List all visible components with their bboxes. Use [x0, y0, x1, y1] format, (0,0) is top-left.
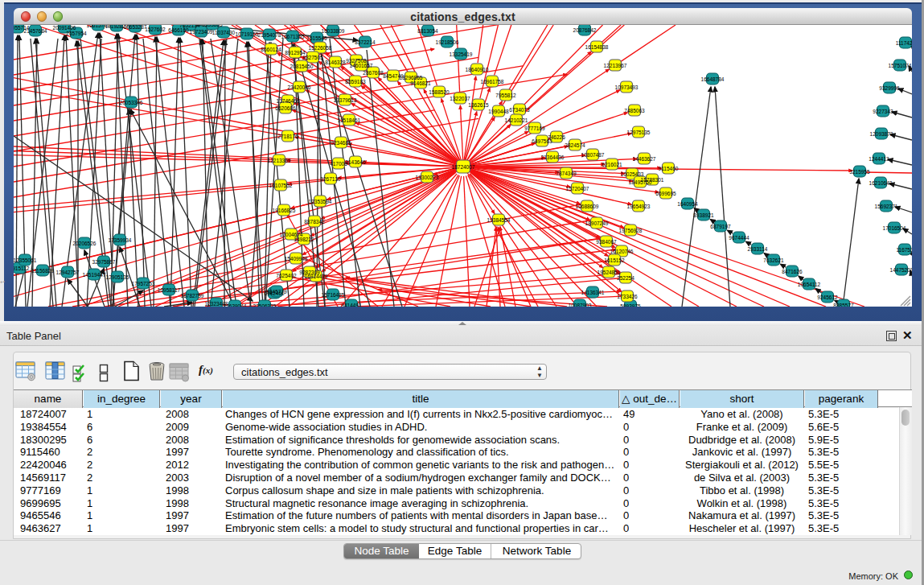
svg-text:12213967: 12213967: [604, 63, 627, 68]
svg-text:8813054: 8813054: [417, 28, 438, 34]
svg-text:16033809: 16033809: [322, 28, 345, 34]
svg-text:3824574: 3824574: [565, 142, 585, 148]
svg-text:1733426: 1733426: [617, 294, 638, 299]
svg-text:1615152: 1615152: [604, 257, 625, 263]
svg-text:23420046: 23420046: [288, 84, 311, 90]
svg-text:13746466: 13746466: [277, 98, 300, 104]
svg-text:1322037: 1322037: [450, 96, 470, 101]
svg-text:14519447: 14519447: [83, 272, 106, 278]
svg-text:20815450: 20815450: [290, 64, 314, 69]
svg-text:17359934: 17359934: [109, 237, 132, 243]
svg-text:11518461: 11518461: [338, 117, 361, 123]
svg-text:15409948: 15409948: [285, 256, 308, 262]
svg-text:10807487: 10807487: [581, 152, 605, 158]
svg-text:417006: 417006: [330, 161, 347, 167]
svg-text:16107552: 16107552: [269, 183, 293, 188]
svg-text:19384554: 19384554: [487, 217, 511, 223]
svg-text:2867608: 2867608: [363, 70, 384, 76]
svg-text:19166825: 19166825: [273, 208, 296, 213]
svg-text:19756928: 19756928: [619, 228, 643, 233]
svg-text:15226058: 15226058: [309, 45, 332, 51]
svg-text:9674444: 9674444: [729, 235, 749, 241]
svg-text:11037430: 11037430: [212, 30, 236, 35]
svg-text:12213369: 12213369: [268, 158, 291, 163]
svg-text:8885577: 8885577: [833, 303, 854, 307]
svg-text:7515546: 7515546: [306, 35, 327, 41]
svg-text:3533883: 3533883: [202, 25, 223, 27]
svg-text:6879197: 6879197: [710, 224, 731, 229]
svg-text:9227343: 9227343: [873, 109, 893, 114]
svg-text:1244413: 1244413: [869, 156, 889, 162]
svg-text:18724007: 18724007: [452, 164, 475, 170]
svg-text:10654112: 10654112: [798, 282, 821, 287]
svg-text:12975135: 12975135: [627, 130, 651, 135]
svg-text:9845779: 9845779: [266, 289, 287, 295]
svg-text:12353594: 12353594: [309, 199, 332, 204]
svg-text:19723409: 19723409: [190, 29, 213, 35]
svg-text:22506335: 22506335: [253, 303, 277, 307]
svg-text:14136341: 14136341: [581, 290, 605, 295]
svg-text:7874349: 7874349: [556, 171, 577, 176]
svg-text:1362615: 1362615: [468, 102, 489, 108]
svg-text:15716485: 15716485: [322, 292, 345, 298]
svg-text:18640910: 18640910: [466, 67, 489, 72]
svg-text:14475203: 14475203: [890, 267, 912, 273]
svg-text:19300273: 19300273: [416, 175, 439, 180]
svg-text:21954078: 21954078: [258, 32, 281, 38]
svg-text:8146328: 8146328: [325, 60, 346, 65]
svg-text:3915112: 3915112: [14, 266, 30, 271]
svg-text:21457684: 21457684: [24, 28, 47, 34]
svg-text:8559183: 8559183: [345, 79, 366, 84]
svg-text:8572214: 8572214: [355, 39, 376, 45]
svg-text:10653287: 10653287: [124, 25, 147, 30]
svg-text:15692371: 15692371: [875, 204, 898, 209]
svg-text:116753: 116753: [896, 247, 912, 253]
svg-text:9329996: 9329996: [879, 85, 900, 91]
svg-text:7485063: 7485063: [624, 108, 645, 113]
svg-text:10688609: 10688609: [576, 204, 599, 209]
svg-text:9115460: 9115460: [659, 166, 679, 171]
svg-text:12093873: 12093873: [870, 131, 893, 137]
svg-text:9234686: 9234686: [331, 140, 351, 146]
svg-text:7625402: 7625402: [276, 273, 297, 278]
svg-text:3215955: 3215955: [849, 169, 870, 175]
svg-text:20206526: 20206526: [73, 241, 97, 246]
svg-text:14601657: 14601657: [350, 63, 373, 68]
svg-text:8471626: 8471626: [782, 269, 803, 274]
svg-text:252254: 252254: [617, 275, 634, 281]
svg-text:746226: 746226: [548, 134, 565, 140]
svg-text:20876842: 20876842: [573, 27, 597, 33]
svg-text:16961758: 16961758: [481, 79, 504, 84]
svg-text:3267130: 3267130: [320, 176, 341, 182]
svg-text:11156829: 11156829: [31, 268, 54, 274]
svg-text:18907249: 18907249: [585, 220, 609, 226]
svg-text:9777169: 9777169: [524, 126, 545, 131]
svg-text:16648784: 16648784: [701, 76, 725, 82]
svg-text:9245612: 9245612: [817, 295, 838, 300]
svg-text:15788301: 15788301: [641, 177, 664, 183]
svg-text:7955812: 7955812: [495, 93, 516, 98]
svg-text:19524851: 19524851: [598, 270, 621, 275]
svg-text:16210643: 16210643: [869, 180, 893, 186]
svg-text:21364436: 21364436: [541, 154, 565, 160]
svg-text:13325419: 13325419: [450, 51, 473, 57]
svg-text:6734073: 6734073: [509, 107, 530, 113]
svg-text:16154838: 16154838: [585, 44, 609, 50]
svg-text:2933114: 2933114: [748, 246, 768, 252]
svg-text:5993975: 5993975: [620, 303, 641, 307]
svg-text:16120746: 16120746: [610, 249, 634, 254]
svg-text:6620686: 6620686: [275, 105, 296, 111]
svg-text:9282309: 9282309: [299, 270, 320, 275]
svg-text:1117421: 1117421: [896, 40, 912, 46]
svg-text:1640954: 1640954: [677, 201, 698, 207]
svg-text:12355061: 12355061: [14, 257, 37, 263]
svg-text:10025433: 10025433: [621, 171, 644, 177]
svg-text:9146821: 9146821: [410, 80, 431, 86]
svg-text:21639044: 21639044: [224, 303, 247, 307]
svg-text:1527602: 1527602: [145, 27, 166, 32]
svg-text:6466160: 6466160: [168, 27, 189, 33]
svg-text:14210221: 14210221: [505, 117, 528, 123]
svg-text:1498222: 1498222: [294, 237, 314, 242]
svg-text:17016504: 17016504: [883, 225, 906, 231]
svg-text:2657954: 2657954: [66, 31, 87, 36]
